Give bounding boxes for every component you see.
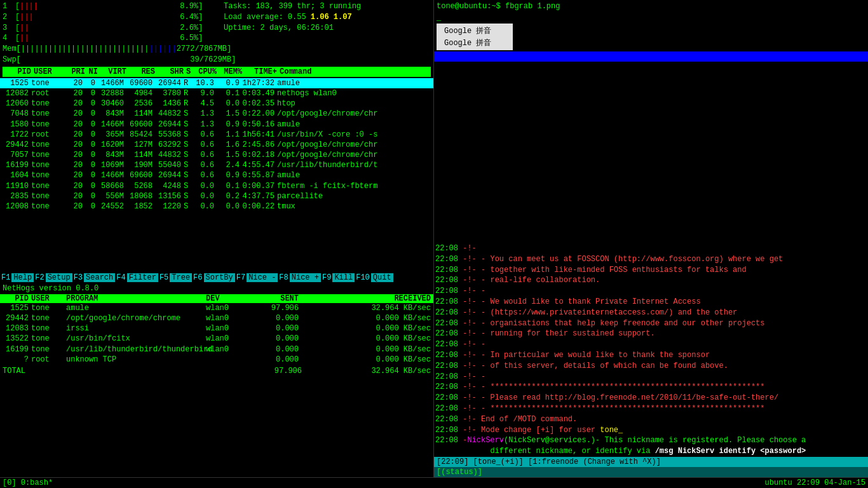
bottom-right: ubuntu 22:09 04-Jan-15 <box>765 478 865 487</box>
irc-time: 22:08 <box>435 287 458 295</box>
irc-notice: -!- - (https://www.privateinternetaccess… <box>458 308 737 317</box>
table-row[interactable]: 16199 tone 20 0 1069M 190M 55040 S 0.6 2… <box>0 160 433 170</box>
func-key-f5[interactable]: F5Tree <box>158 273 192 282</box>
irc-notice: -!- - **********************************… <box>458 404 764 413</box>
nh-user: tone <box>31 334 66 344</box>
nh-sent: 0.000 <box>250 334 301 344</box>
proc-cmd: /usr/lib/thunderbird/t <box>277 160 431 170</box>
proc-ni: 0 <box>85 98 98 109</box>
irc-time: 22:08 <box>435 276 458 285</box>
nh-sent: 0.000 <box>250 313 301 323</box>
func-key-f2[interactable]: F2Setup <box>34 273 72 282</box>
irc-text-cont: different nickname, or identify via <box>435 447 655 456</box>
func-key-f8[interactable]: F8Nice + <box>278 273 321 282</box>
func-key-f4[interactable]: F4Filter <box>115 273 158 282</box>
proc-virt: 1466M <box>98 170 126 180</box>
table-row[interactable]: 1580 tone 20 0 1466M 69600 26944 S 1.3 0… <box>0 119 433 130</box>
proc-ni: 0 <box>85 109 98 119</box>
proc-virt: 1069M <box>98 160 126 170</box>
irc-time: 22:08 <box>435 372 458 381</box>
table-row[interactable]: 1722 root 20 0 365M 85424 55368 S 0.6 1.… <box>0 130 433 140</box>
table-row[interactable]: 1604 tone 20 0 1466M 69600 26944 S 0.6 0… <box>0 170 433 180</box>
nh-user: tone <box>31 303 66 313</box>
proc-shr: 13156 <box>155 191 184 201</box>
proc-cmd: amule <box>277 78 431 88</box>
proc-s: S <box>184 109 191 119</box>
func-key-f1[interactable]: F1Help <box>0 273 34 282</box>
irc-time: 22:08 <box>435 244 458 253</box>
htop-area: 1 [|||| 8.9%] 2 [||| 6.4%] 3 [|| <box>0 0 433 78</box>
proc-shr: 26944 <box>155 119 184 130</box>
proc-virt: 1466M <box>98 119 126 130</box>
proc-pid: 2835 <box>3 191 31 201</box>
irc-time: 22:08 <box>435 383 458 391</box>
nethogs-total: TOTAL 97.906 32.964 KB/sec <box>0 366 433 376</box>
autocomplete-item[interactable]: Google 拼音 <box>442 37 508 49</box>
cpu-line-4: 4 [|| 6.5%] <box>3 33 219 44</box>
table-row[interactable]: 12008 tone 20 0 24552 1852 1220 S 0.0 0.… <box>0 201 433 212</box>
proc-mem: 0.1 <box>217 88 242 98</box>
irc-message: 22:08 -!- - of this server, details of w… <box>435 361 867 372</box>
nh-dev: wlan0 <box>206 344 250 355</box>
irc-message: 22:08 -!- - <box>435 339 867 350</box>
proc-virt: 1620M <box>98 140 126 150</box>
proc-s: S <box>184 191 191 201</box>
table-row[interactable]: 7048 tone 20 0 843M 114M 44832 S 1.3 1.5… <box>0 109 433 119</box>
proc-s: S <box>184 150 191 160</box>
table-row[interactable]: 12060 tone 20 0 30460 2536 1436 R 4.5 0.… <box>0 98 433 109</box>
left-panel: 1 [|||| 8.9%] 2 [||| 6.4%] 3 [|| <box>0 0 434 477</box>
tasks-line: Tasks: 183, 399 thr; 3 running <box>224 1 431 12</box>
header-res: RES <box>129 67 158 76</box>
cpu-bar-1: [|||| 8.9%] <box>15 1 203 12</box>
autocomplete-box[interactable]: Google 拼音Google 拼音 <box>437 24 513 50</box>
proc-s: S <box>184 170 191 180</box>
proc-mem: 0.0 <box>217 201 242 212</box>
table-row[interactable]: 29442 tone 20 0 1620M 127M 63292 S 0.6 1… <box>0 140 433 150</box>
proc-pri: 20 <box>66 191 85 201</box>
proc-pid: 1580 <box>3 119 31 130</box>
right-panel: tone@ubuntu:~$ fbgrab 1.png _ Google 拼音G… <box>434 0 868 477</box>
func-key-f7[interactable]: F7Nice - <box>235 273 278 282</box>
func-num: F4 <box>115 273 126 282</box>
header-user: USER <box>34 67 69 76</box>
proc-s: S <box>184 140 191 150</box>
table-row[interactable]: 7057 tone 20 0 843M 114M 44832 S 0.6 1.5… <box>0 150 433 160</box>
irc-time: 22:08 <box>435 393 458 402</box>
table-row[interactable]: 11910 tone 20 0 58668 5268 4248 S 0.0 0.… <box>0 181 433 191</box>
proc-s: S <box>184 181 191 191</box>
nethogs-row: 12083 tone irssi wlan0 0.000 0.000 KB/se… <box>0 323 433 334</box>
proc-res: 114M <box>126 150 155 160</box>
table-row[interactable]: 12082 root 20 0 32888 4984 3780 R 9.0 0.… <box>0 88 433 98</box>
func-key-f6[interactable]: F6SortBy <box>192 273 235 282</box>
cpu-section: 1 [|||| 8.9%] 2 [||| 6.4%] 3 [|| <box>3 1 219 65</box>
func-key-f3[interactable]: F3Search <box>72 273 116 282</box>
terminal-top: tone@ubuntu:~$ fbgrab 1.png <box>434 0 868 13</box>
nh-pid: 13522 <box>3 334 31 344</box>
proc-cpu: 10.3 <box>191 78 217 88</box>
nethogs-row: ? root unknown TCP 0.000 0.000 KB/sec <box>0 355 433 365</box>
irc-notice: -!- - You can meet us at FOSSCON (http:/… <box>458 255 783 264</box>
proc-pri: 20 <box>66 150 85 160</box>
func-num: F9 <box>321 273 332 282</box>
proc-pid: 1604 <box>3 170 31 180</box>
proc-cpu: 0.6 <box>191 150 217 160</box>
proc-shr: 63292 <box>155 140 184 150</box>
proc-mem: 0.1 <box>217 181 242 191</box>
func-key-f10[interactable]: F10Quit <box>355 273 393 282</box>
proc-res: 18068 <box>126 191 155 201</box>
proc-cpu: 0.0 <box>191 201 217 212</box>
proc-pri: 20 <box>66 170 85 180</box>
proc-ni: 0 <box>85 130 98 140</box>
table-row[interactable]: 2835 tone 20 0 556M 18068 13156 S 0.0 0.… <box>0 191 433 201</box>
autocomplete-item[interactable]: Google 拼音 <box>442 25 508 37</box>
proc-cmd: amule <box>277 170 431 180</box>
uptime-line: Uptime: 2 days, 06:26:01 <box>224 23 431 34</box>
func-key-f9[interactable]: F9Kill <box>321 273 355 282</box>
irc-notice: - <box>458 436 467 445</box>
proc-cmd: /usr/bin/X -core :0 -s <box>277 130 431 140</box>
irc-message: 22:08 -!- End of /MOTD command. <box>435 414 867 425</box>
proc-pri: 20 <box>66 160 85 170</box>
irc-status-bar2: [(status)] <box>434 467 868 477</box>
irc-message: 22:08 -!- - together with like-minded FO… <box>435 265 867 276</box>
table-row[interactable]: 1525 tone 20 0 1466M 69600 26944 R 10.3 … <box>0 78 433 88</box>
